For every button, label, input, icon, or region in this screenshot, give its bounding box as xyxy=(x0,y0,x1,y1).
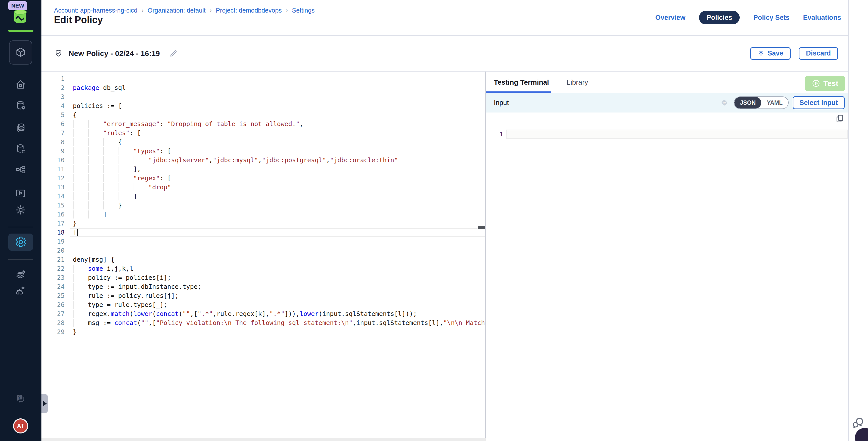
network-gear-icon[interactable] xyxy=(15,285,26,296)
format-toggle: JSONYAML xyxy=(734,96,788,109)
code-text: "types": [ xyxy=(73,147,171,156)
format-option-yaml[interactable]: YAML xyxy=(761,97,788,108)
line-number: 20 xyxy=(41,246,65,255)
code-line-7[interactable]: 7"rules": [ xyxy=(41,129,485,138)
code-line-15[interactable]: 15} xyxy=(41,201,485,210)
code-line-14[interactable]: 14] xyxy=(41,192,485,201)
format-option-json[interactable]: JSON xyxy=(734,97,761,108)
copy-input-button[interactable] xyxy=(835,114,845,123)
database-dots-icon[interactable] xyxy=(15,143,26,154)
tab-library[interactable]: Library xyxy=(567,78,588,86)
nav-policies[interactable]: Policies xyxy=(699,11,740,24)
line-number: 29 xyxy=(41,327,65,337)
input-line-box[interactable] xyxy=(506,130,848,139)
code-text: ] xyxy=(73,210,107,219)
code-line-18[interactable]: 18] xyxy=(41,228,485,237)
breadcrumb-link[interactable]: Account: app-harness-ng-cicd xyxy=(54,7,137,14)
help-chat-icon[interactable]: ? xyxy=(14,393,27,405)
code-text: } xyxy=(73,201,122,210)
line-number: 25 xyxy=(41,291,65,301)
nav-evaluations[interactable]: Evaluations xyxy=(803,14,841,22)
code-text: ] xyxy=(73,228,78,237)
code-line-29[interactable]: 29} xyxy=(41,327,485,337)
code-line-28[interactable]: 28msg := concat("",["Policy violation:\n… xyxy=(41,318,485,327)
code-line-25[interactable]: 25rule := policy.rules[j]; xyxy=(41,291,485,301)
layers-gear-icon[interactable] xyxy=(15,270,26,281)
input-editor[interactable]: 1 xyxy=(486,130,848,145)
code-line-20[interactable]: 20 xyxy=(41,246,485,255)
home-icon[interactable] xyxy=(15,79,26,90)
code-text: "regex": [ xyxy=(73,174,171,183)
sidebar-item-settings-active[interactable] xyxy=(8,233,33,251)
code-line-22[interactable]: 22some i,j,k,l xyxy=(41,264,485,273)
policy-shield-icon xyxy=(54,49,63,58)
discard-button[interactable]: Discard xyxy=(799,47,838,60)
gear-icon[interactable] xyxy=(15,204,26,216)
code-line-6[interactable]: 6"error_message": "Dropping of table is … xyxy=(41,120,485,129)
breadcrumb-link[interactable]: Project: demodbdevops xyxy=(216,7,282,14)
line-number: 24 xyxy=(41,282,65,291)
code-line-17[interactable]: 17} xyxy=(41,219,485,228)
panel-tabs: Testing TerminalLibrary xyxy=(486,71,848,93)
code-line-11[interactable]: 11], xyxy=(41,165,485,174)
input-label: Input xyxy=(494,99,509,107)
nav-policy-sets[interactable]: Policy Sets xyxy=(753,14,789,22)
code-line-21[interactable]: 21deny[msg] { xyxy=(41,255,485,264)
code-line-1[interactable]: 1 xyxy=(41,74,485,83)
overview-ruler-cursor-marker xyxy=(478,226,485,229)
line-number: 17 xyxy=(41,219,65,228)
edit-name-button[interactable] xyxy=(169,49,178,58)
db-devops-logo-icon[interactable] xyxy=(12,8,29,25)
avatar[interactable]: AT xyxy=(13,418,28,434)
select-input-button[interactable]: Select Input xyxy=(793,96,845,109)
pencil-icon xyxy=(169,49,178,58)
line-number: 28 xyxy=(41,318,65,327)
database-gear-icon[interactable] xyxy=(15,100,26,111)
svg-text:?: ? xyxy=(18,395,21,399)
module-selector[interactable] xyxy=(9,40,32,65)
save-button[interactable]: Save xyxy=(750,47,790,60)
code-text: } xyxy=(73,327,76,337)
sidebar-expand-handle[interactable] xyxy=(41,394,48,413)
breadcrumb-link[interactable]: Organization: default xyxy=(148,7,206,14)
line-number: 27 xyxy=(41,309,65,318)
code-line-3[interactable]: 3 xyxy=(41,92,485,101)
input-line-1[interactable]: 1 xyxy=(486,130,848,139)
code-line-12[interactable]: 12"regex": [ xyxy=(41,174,485,183)
code-line-2[interactable]: 2package db_sql xyxy=(41,83,485,92)
org-chart-icon[interactable] xyxy=(15,165,26,176)
line-number: 7 xyxy=(41,129,65,138)
code-line-4[interactable]: 4policies := [ xyxy=(41,101,485,111)
code-line-19[interactable]: 19 xyxy=(41,237,485,246)
code-text: msg := concat("",["Policy violation:\n T… xyxy=(73,318,485,327)
tab-testing-terminal[interactable]: Testing Terminal xyxy=(494,78,549,86)
copy-icon xyxy=(835,114,845,123)
video-play-icon[interactable] xyxy=(15,188,26,199)
code-editor[interactable]: 12package db_sql34policies := [5{6"error… xyxy=(41,71,485,438)
nav-overview[interactable]: Overview xyxy=(655,14,685,22)
breadcrumb-separator: › xyxy=(142,6,144,14)
code-line-26[interactable]: 26type = rule.types[_]; xyxy=(41,301,485,309)
code-text: type := input.dbInstance.type; xyxy=(73,282,202,291)
code-line-23[interactable]: 23policy := policies[i]; xyxy=(41,273,485,282)
code-line-24[interactable]: 24type := input.dbInstance.type; xyxy=(41,282,485,291)
line-number: 4 xyxy=(41,101,65,111)
code-text: type = rule.types[_]; xyxy=(73,301,167,309)
settings-gear-icon xyxy=(15,236,27,248)
line-number: 6 xyxy=(41,120,65,129)
code-line-10[interactable]: 10"jdbc:sqlserver","jdbc:mysql","jdbc:po… xyxy=(41,156,485,165)
code-line-5[interactable]: 5{ xyxy=(41,111,485,120)
database-stack-icon[interactable] xyxy=(15,122,26,133)
breadcrumb-link[interactable]: Settings xyxy=(292,7,315,14)
code-line-9[interactable]: 9"types": [ xyxy=(41,147,485,156)
code-line-8[interactable]: 8{ xyxy=(41,138,485,147)
test-button[interactable]: Test xyxy=(805,76,845,91)
code-line-27[interactable]: 27regex.match(lower(concat("",[".*",rule… xyxy=(41,309,485,318)
code-line-16[interactable]: 16] xyxy=(41,210,485,219)
code-line-13[interactable]: 13"drop" xyxy=(41,183,485,192)
new-badge: NEW xyxy=(8,1,27,10)
code-text: "rules": [ xyxy=(73,129,141,138)
line-number: 12 xyxy=(41,174,65,183)
breadcrumb-separator: › xyxy=(210,6,212,14)
active-module-indicator xyxy=(8,30,33,32)
